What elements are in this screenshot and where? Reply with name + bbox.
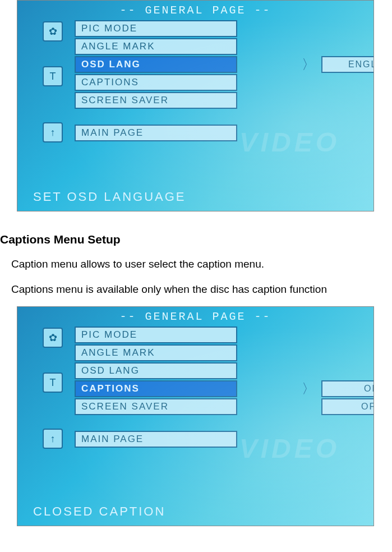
text-icon: T xyxy=(43,66,63,86)
chevron-right-icon: 〉 xyxy=(302,380,315,397)
menu-item-main-page-2[interactable]: MAIN PAGE xyxy=(75,431,237,448)
gift-icon: ✿ xyxy=(43,328,63,348)
video-watermark: VIDEO xyxy=(239,127,340,158)
menu-item-main-page[interactable]: MAIN PAGE xyxy=(75,125,237,141)
text-icon: T xyxy=(43,372,63,393)
menu-item-screen-saver[interactable]: SCREEN SAVER xyxy=(75,92,237,109)
osd-menu-area-2: ✿ T ↑ PIC MODE ANGLE MARK OSD LANG CAPTI… xyxy=(17,326,373,448)
value-english[interactable]: ENGLISH xyxy=(321,56,374,73)
osd-screenshot-2: -- GENERAL PAGE -- ✿ T ↑ PIC MODE ANGLE … xyxy=(17,306,374,526)
gift-icon: ✿ xyxy=(43,21,63,42)
menu-item-angle-mark-2[interactable]: ANGLE MARK xyxy=(75,344,237,361)
menu-item-pic-mode[interactable]: PIC MODE xyxy=(75,20,237,37)
osd-header: -- GENERAL PAGE -- xyxy=(17,1,373,20)
menu-item-angle-mark[interactable]: ANGLE MARK xyxy=(75,38,237,55)
video-watermark-2: VIDEO xyxy=(239,433,340,464)
menu-item-captions-2[interactable]: CAPTIONS xyxy=(75,380,237,397)
menu-item-osd-lang[interactable]: OSD LANG xyxy=(75,56,237,73)
section-title: Captions Menu Setup xyxy=(0,233,392,246)
side-icon-column-2: ✿ T ↑ xyxy=(43,326,63,473)
value-on[interactable]: ON xyxy=(321,380,374,397)
menu-item-pic-mode-2[interactable]: PIC MODE xyxy=(75,326,237,343)
up-arrow-icon: ↑ xyxy=(43,122,63,142)
menu-item-screen-saver-2[interactable]: SCREEN SAVER xyxy=(75,398,237,415)
osd-status-line: SET OSD LANGUAGE xyxy=(33,190,186,204)
osd-menu-list-2: PIC MODE ANGLE MARK OSD LANG CAPTIONS 〉 … xyxy=(75,326,237,448)
menu-item-osd-lang-2[interactable]: OSD LANG xyxy=(75,362,237,379)
menu-item-captions[interactable]: CAPTIONS xyxy=(75,74,237,91)
osd-status-line-2: CLOSED CAPTION xyxy=(33,504,165,519)
osd-screenshot-1: -- GENERAL PAGE -- ✿ T ↑ PIC MODE ANGLE … xyxy=(17,0,374,211)
chevron-right-icon: 〉 xyxy=(302,56,315,73)
up-arrow-icon: ↑ xyxy=(43,429,63,449)
side-icon-column: ✿ T ↑ xyxy=(43,20,63,167)
document-page: -- GENERAL PAGE -- ✿ T ↑ PIC MODE ANGLE … xyxy=(0,0,392,526)
value-off[interactable]: OFF xyxy=(321,398,374,415)
section-text-2: Captions menu is available only when the… xyxy=(11,282,392,298)
osd-menu-list: PIC MODE ANGLE MARK OSD LANG 〉 ENGLISH C… xyxy=(75,20,237,141)
osd-menu-area: ✿ T ↑ PIC MODE ANGLE MARK OSD LANG 〉 ENG… xyxy=(17,20,373,141)
section-text-1: Caption menu allows to user select the c… xyxy=(11,256,392,273)
osd-header-2: -- GENERAL PAGE -- xyxy=(17,307,373,326)
